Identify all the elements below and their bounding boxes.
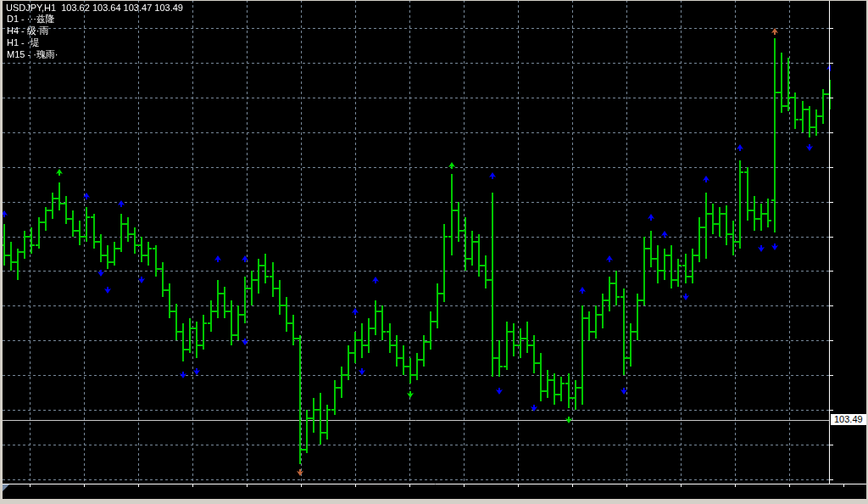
price-chart-canvas[interactable] (0, 0, 868, 504)
chart-title: USDJPY,H1 103.62 103.64 103.47 103.49 (6, 3, 183, 13)
axis-corner-triangle (3, 484, 9, 491)
legend-line-m15: M15 - ·瑰雨· (7, 48, 58, 60)
legend-line-d1: D1 - ···兹隆 (7, 13, 58, 25)
window-frame-left (0, 0, 3, 504)
window-frame-bottom (0, 499, 868, 504)
current-price-badge: 103.49 (831, 414, 868, 425)
price-axis[interactable]: 105.75105.55105.35105.15104.95104.75104.… (830, 0, 868, 484)
time-axis[interactable]: 25 Apr 200828 Apr 05:0028 Apr 13:0028 Ap… (0, 484, 868, 499)
timeframe-legend: D1 - ···兹隆 H4 - 级·雨 H1 - ·堤 M15 - ·瑰雨· (7, 13, 58, 60)
legend-line-h1: H1 - ·堤 (7, 36, 58, 48)
chart-window: USDJPY,H1 103.62 103.64 103.47 103.49 D1… (0, 0, 868, 504)
window-frame-top (0, 0, 868, 1)
legend-line-h4: H4 - 级·雨 (7, 25, 58, 36)
